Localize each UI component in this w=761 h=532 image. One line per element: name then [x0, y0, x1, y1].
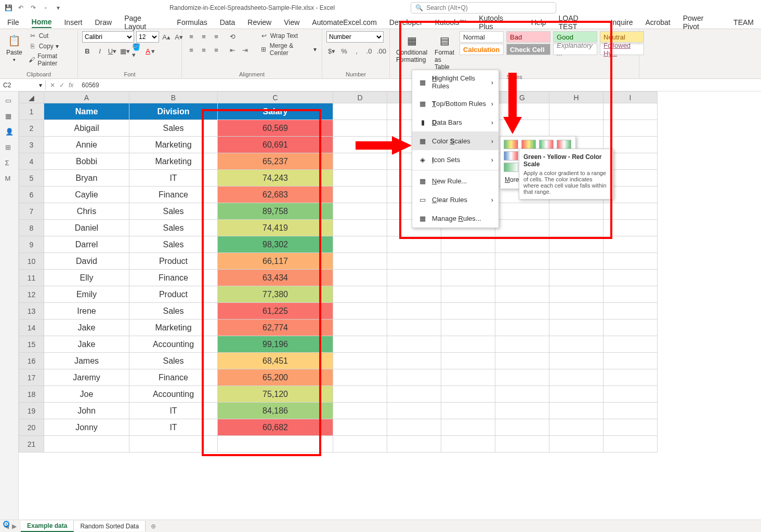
dropdown-icon[interactable]: ▾ [54, 4, 62, 12]
header-salary[interactable]: Salary [218, 103, 333, 120]
menu-new-rule[interactable]: ▦New Rule... [412, 171, 498, 190]
fx-icon[interactable]: fx [69, 82, 73, 89]
fill-color-button[interactable]: 🪣▾ [132, 46, 142, 56]
bold-button[interactable]: B [82, 46, 93, 56]
tab-help[interactable]: Help [531, 17, 546, 28]
scale-gyr[interactable] [504, 140, 518, 149]
col-header[interactable]: I [603, 92, 658, 103]
tab-team[interactable]: TEAM [733, 17, 754, 28]
row-header[interactable]: 1 [19, 103, 44, 120]
format-as-table-button[interactable]: ▤Format as Table [432, 31, 456, 73]
style-calculation[interactable]: Calculation [460, 44, 504, 55]
col-header[interactable]: C [218, 92, 333, 103]
italic-button[interactable]: I [95, 46, 105, 56]
new-sheet-button[interactable]: ⊕ [146, 523, 161, 530]
tab-data[interactable]: Data [220, 17, 235, 28]
conditional-formatting-button[interactable]: ▦Conditional Formatting [394, 31, 429, 65]
font-size-select[interactable]: 12 [136, 31, 159, 43]
tab-acrobat[interactable]: Acrobat [646, 17, 671, 28]
style-bad[interactable]: Bad [506, 31, 550, 43]
border-button[interactable]: ▦▾ [120, 46, 130, 56]
row-header[interactable]: 12 [19, 286, 44, 303]
row-header[interactable]: 18 [19, 386, 44, 403]
col-header[interactable]: H [549, 92, 603, 103]
redo-icon[interactable]: ↷ [29, 4, 37, 12]
tab-developer[interactable]: Developer [389, 17, 423, 28]
style-neutral[interactable]: Neutral [600, 31, 644, 43]
increase-font-icon[interactable]: A▴ [161, 32, 172, 42]
sheet-tab-other[interactable]: Random Sorted Data [74, 521, 146, 531]
gear-icon[interactable]: ⚙ [2, 518, 10, 530]
tab-formulas[interactable]: Formulas [177, 17, 207, 28]
select-all-button[interactable]: ◢ [19, 92, 44, 103]
style-explanatory[interactable]: Explanatory ... [553, 44, 597, 55]
row-header[interactable]: 9 [19, 236, 44, 253]
font-name-select[interactable]: Calibri [82, 31, 134, 43]
menu-clear-rules[interactable]: ▭Clear Rules› [412, 190, 498, 209]
row-header[interactable]: 3 [19, 137, 44, 153]
style-good[interactable]: Good [553, 31, 597, 43]
search-box[interactable]: 🔍 [411, 2, 556, 14]
row-header[interactable]: 20 [19, 419, 44, 436]
menu-highlight-cells[interactable]: ▦HHighlight Cells Rulesighlight Cells Ru… [412, 70, 498, 94]
copy-icon: ⎘ [29, 42, 37, 50]
row-header[interactable]: 15 [19, 336, 44, 353]
row-header[interactable]: 17 [19, 369, 44, 386]
iconsets-icon: ◈ [417, 154, 428, 165]
tab-kutools-[interactable]: Kutools™ [435, 17, 467, 28]
enter-icon[interactable]: ✓ [59, 82, 64, 89]
tab-view[interactable]: View [284, 17, 299, 28]
row-header[interactable]: 14 [19, 320, 44, 336]
wrap-text-button[interactable]: ↩Wrap Text [259, 31, 318, 41]
style-check-cell[interactable]: Check Cell [506, 44, 550, 55]
databars-icon: ▮ [417, 117, 428, 127]
paste-button[interactable]: 📋Paste▾ [4, 31, 24, 64]
style-followed-hyperlink[interactable]: Followed Hy... [600, 44, 644, 55]
col-header[interactable]: G [495, 92, 549, 103]
tab-insert[interactable]: Insert [64, 17, 82, 28]
row-header[interactable]: 5 [19, 170, 44, 187]
col-header[interactable]: B [129, 92, 218, 103]
menu-icon-sets[interactable]: ◈Icon Sets› [412, 150, 498, 169]
col-header[interactable]: A [44, 92, 129, 103]
copy-button[interactable]: ⎘Copy ▾ [28, 42, 73, 51]
number-format-select[interactable]: Number [326, 31, 384, 43]
font-color-button[interactable]: A▾ [145, 46, 155, 56]
name-box[interactable]: C2▾ [0, 81, 46, 90]
undo-icon[interactable]: ↶ [17, 4, 25, 12]
row-header[interactable]: 10 [19, 253, 44, 270]
save-icon[interactable]: 💾 [4, 4, 12, 12]
tab-home[interactable]: Home [32, 17, 52, 28]
tab-review[interactable]: Review [247, 17, 271, 28]
header-division[interactable]: Division [129, 103, 218, 120]
row-header[interactable]: 7 [19, 203, 44, 220]
touch-icon[interactable]: ▫ [42, 4, 50, 12]
tab-inquire[interactable]: Inquire [611, 17, 633, 28]
format-painter-button[interactable]: 🖌Format Painter [28, 52, 73, 68]
menu-color-scales[interactable]: ▦Color Scales› [412, 131, 498, 150]
search-input[interactable] [426, 4, 552, 11]
col-header[interactable]: D [333, 92, 387, 103]
sheet-tab-active[interactable]: Example data [21, 521, 74, 532]
tab-draw[interactable]: Draw [95, 17, 112, 28]
merge-center-button[interactable]: ⊞Merge & Center ▾ [259, 42, 318, 57]
menu-manage-rules[interactable]: ▦Manage Rules... [412, 209, 498, 228]
underline-button[interactable]: U▾ [107, 46, 117, 56]
tab-file[interactable]: File [7, 17, 19, 28]
menu-top-bottom[interactable]: ▦Top/Bottom Rules› [412, 94, 498, 113]
row-header[interactable]: 11 [19, 270, 44, 286]
tab-automateexcel-com[interactable]: AutomateExcel.com [312, 17, 377, 28]
header-name[interactable]: Name [44, 103, 129, 120]
row-header[interactable]: 19 [19, 403, 44, 419]
row-header[interactable]: 13 [19, 303, 44, 320]
menu-data-bars[interactable]: ▮Data Bars› [412, 113, 498, 131]
cut-button[interactable]: ✂Cut [28, 31, 73, 41]
row-header[interactable]: 16 [19, 353, 44, 369]
tab-power-pivot[interactable]: Power Pivot [683, 13, 721, 32]
row-header[interactable]: 6 [19, 187, 44, 203]
row-header[interactable]: 8 [19, 220, 44, 236]
row-header[interactable]: 2 [19, 120, 44, 137]
cancel-icon[interactable]: ✕ [50, 82, 55, 89]
row-header[interactable]: 4 [19, 153, 44, 170]
style-normal[interactable]: Normal [460, 31, 504, 43]
